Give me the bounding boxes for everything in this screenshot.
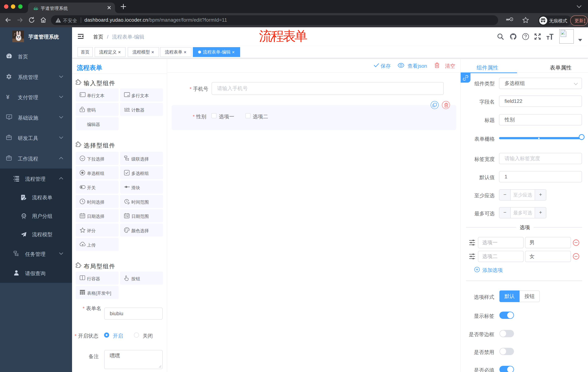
svg-text:123: 123: [124, 107, 129, 111]
